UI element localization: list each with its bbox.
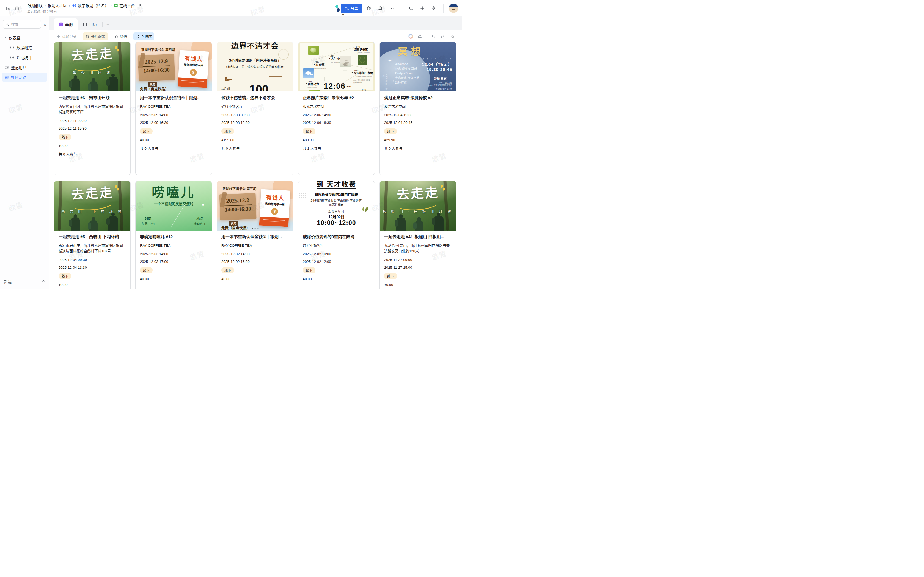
cover-date: 2025.12.9	[138, 58, 174, 66]
cover-line: 破除价值变现的3重内在障碍	[298, 192, 375, 197]
event-price: ¥0.00	[58, 144, 126, 148]
sort-az-icon	[136, 34, 140, 39]
collapse-sidebar-icon[interactable]: «	[43, 22, 47, 27]
cover-big-title: 到 天才收费	[298, 181, 375, 189]
filter-button[interactable]: 筛选	[111, 32, 129, 40]
search-records-icon[interactable]	[449, 34, 454, 39]
kraft-paper-shape: 2025.12.914:00-16:30	[138, 54, 175, 81]
search-input[interactable]	[11, 22, 31, 27]
event-card[interactable]: 唠嗑儿一个不设限的灵感交流局✦时间每周三/四地点流动客厅 非确定唠嗑儿 #12 …	[135, 181, 212, 288]
sidebar-toggle-icon[interactable]	[4, 4, 13, 13]
breadcrumb: 银湖创联 › 银湖大社区 › 数字银湖（暂名） › 在线平台	[27, 3, 142, 8]
add-view-button[interactable]: +	[103, 21, 113, 27]
cover-subtitle: 一个不设限的灵感交流局	[136, 201, 212, 206]
collage-photo-tile	[303, 68, 314, 78]
sidebar-item-registered-users[interactable]: 登记用户	[2, 63, 47, 72]
event-title: 用一本书重新认识金钱④｜银湖...	[140, 95, 207, 101]
notifications-bell-icon[interactable]	[376, 4, 385, 13]
moon-phases-icon: ◗ ◗ ◗ ● ● ◖ ◖ ◖	[423, 57, 452, 60]
cover-date: 12.04（Thu.）	[422, 61, 452, 67]
event-title: 一起去走走 #5：西岩山-下村环线	[58, 234, 126, 240]
toolbar: 添加记录 卡片配置 筛选 2 排序	[50, 30, 462, 42]
event-card[interactable]: ·银湖线下读书会 第四期2025.12.914:00-16:30费用免费（自点饮…	[135, 42, 212, 175]
event-title: 非确定唠嗑儿 #12	[140, 234, 207, 240]
event-card[interactable]: (02)* 人生沙盘Life Simulation(03)* 潜意识探索Spir…	[298, 42, 375, 175]
cover-day: SAT.	[347, 85, 352, 88]
event-title: 用一本书重新认识金钱③｜银湖...	[221, 234, 289, 240]
sidebar-item-data-overview[interactable]: 数据概览	[2, 43, 47, 52]
sidebar: « 仪表盘 数据概览 活动统计 登记用户 社区活动	[0, 16, 50, 288]
breadcrumb-item[interactable]: 银湖大社区	[48, 3, 67, 8]
event-price: ¥199.00	[221, 138, 289, 142]
book-cover-shape: 有钱人和你想的不一样$	[178, 50, 209, 88]
home-icon[interactable]	[13, 4, 21, 13]
sidebar-group-dashboards[interactable]: 仪表盘	[2, 33, 47, 42]
sidebar-search[interactable]	[3, 20, 41, 29]
undo-icon[interactable]	[431, 34, 436, 39]
collage-item-number: (04)	[354, 69, 358, 72]
cover-line: 的恶性循环	[298, 203, 375, 206]
meta-value: 每周三/四	[142, 222, 155, 226]
breadcrumb-item[interactable]: 银湖创联	[27, 3, 43, 8]
tab-calendar-view[interactable]: 日历	[78, 18, 102, 30]
collage-extra: 照片探索教练	[354, 82, 362, 84]
share-button[interactable]: 分享	[341, 3, 362, 13]
card-config-button[interactable]: 卡片配置	[83, 32, 108, 40]
kraft-paper-shape: 2025.12.214:00-16:30	[219, 193, 256, 220]
event-end-time: 2025-12-06 16:30	[303, 121, 370, 125]
event-start-time: 2025-12-09 14:00	[140, 113, 207, 117]
event-card[interactable]: 去走走姆 岑 山 环 线 一起去走走 #6：姆岑山环线 唐家坞文化园，浙江省杭州…	[54, 42, 131, 175]
pin-icon[interactable]	[138, 3, 142, 8]
event-start-time: 2025-12-04 09:30	[58, 258, 126, 262]
user-avatar[interactable]	[449, 3, 458, 13]
event-card[interactable]: 冥想◗ ◗ ◗ ● ● ◖ ◖ ◖12.04（Thu.）19:30-20:45A…	[380, 42, 456, 175]
event-mode-badge: 线下	[140, 128, 153, 134]
event-card[interactable]: 去走走板 照 山 · 臼 板 山 环 线 一起去走走 #4：板照山-臼板山...…	[380, 181, 456, 288]
breadcrumb-item[interactable]: 数字银湖（暂名）	[72, 3, 108, 8]
search-icon[interactable]	[407, 4, 415, 13]
hiker-silhouette	[108, 77, 118, 92]
automation-ring-icon[interactable]	[409, 34, 413, 39]
dashboard-clock-icon	[10, 45, 14, 50]
circle-decor	[278, 49, 289, 60]
event-card[interactable]: 到 天才收费破除价值变现的3重内在障碍2小时终结“不敢收费-不敢涨价-不敢认值”…	[298, 181, 375, 288]
book-cover-shape: 有钱人和你想的不一样$	[259, 189, 291, 227]
cover-line: AnaPana	[395, 62, 419, 66]
create-plus-icon[interactable]	[418, 4, 427, 13]
event-cover-image: 去走走姆 岑 山 环 线	[54, 42, 130, 92]
redo-icon[interactable]	[440, 34, 445, 39]
event-card[interactable]: 去走走西 岩 山 · 下 村 环 线 一起去走走 #5：西岩山-下村环线 永岩山…	[54, 181, 131, 288]
new-button[interactable]: 新建	[4, 279, 11, 284]
add-record-button[interactable]: 添加记录	[54, 32, 79, 40]
chevron-up-icon[interactable]	[41, 280, 46, 284]
event-card[interactable]: 边界不清才会3小时修复你的「内在决策系统」终结内耗、羞于谈价与习惯讨好的自动循环…	[217, 42, 293, 175]
breadcrumb-separator: ›	[111, 3, 111, 8]
gallery-grid-icon	[59, 22, 63, 26]
cover-line: 全息正念 身体扫描	[395, 76, 419, 80]
ai-sparkle-icon[interactable]	[429, 4, 438, 13]
event-location: RAY-COFFEE-TEA	[140, 243, 207, 248]
share-view-icon[interactable]	[417, 34, 422, 39]
cover-time: 19:30-20:45	[426, 67, 452, 72]
hiker-silhouette	[71, 78, 80, 92]
cover-big-time: 12:06SAT.	[324, 82, 352, 91]
sort-button[interactable]: 2 排序	[133, 32, 154, 40]
event-card[interactable]: ·银湖线下读书会 第三期2025.12.214:00-16:30费用免费（自点饮…	[217, 181, 293, 288]
event-end-time: 2025-12-03 17:00	[140, 259, 207, 264]
sidebar-item-community-events[interactable]: 社区活动	[2, 73, 47, 82]
collage-extra: MBCT正念认知 认证师资	[354, 79, 370, 81]
cover-foot-date: 12月8日	[221, 87, 231, 90]
widget-icon[interactable]	[365, 4, 373, 13]
collage-item-en: Group Dynamics	[307, 87, 318, 89]
table-icon	[5, 75, 9, 79]
sidebar-item-activity-stats[interactable]: 活动统计	[2, 53, 47, 62]
collage-photo-tile	[340, 56, 351, 67]
search-icon	[5, 22, 9, 26]
more-icon[interactable]	[387, 4, 396, 13]
event-location: RAY-COFFEE-TEA	[140, 104, 207, 110]
tab-gallery-view[interactable]: 画册	[54, 18, 78, 30]
hiker-silhouette	[434, 216, 444, 230]
breadcrumb-item-current[interactable]: 在线平台	[113, 3, 135, 8]
event-title: 正念照片探索：未来七年 #2	[303, 95, 370, 101]
event-location: 唐家坞文化园，浙江省杭州市富阳区银湖街道唐家坞下唐	[58, 104, 126, 115]
